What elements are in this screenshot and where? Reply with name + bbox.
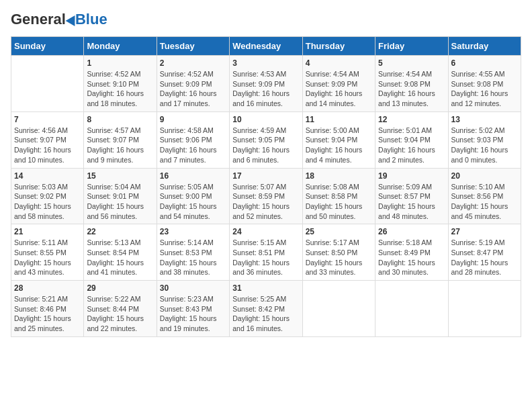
header: General Blue (11, 11, 521, 28)
day-info: Sunrise: 5:11 AM Sunset: 8:55 PM Dayligh… (14, 238, 81, 277)
calendar-cell-day-2: 2Sunrise: 4:52 AM Sunset: 9:09 PM Daylig… (157, 56, 229, 112)
day-info: Sunrise: 5:07 AM Sunset: 8:59 PM Dayligh… (232, 182, 299, 222)
day-number: 10 (232, 115, 299, 124)
calendar-cell-day-6: 6Sunrise: 4:55 AM Sunset: 9:08 PM Daylig… (448, 56, 521, 112)
calendar-cell-day-27: 27Sunrise: 5:19 AM Sunset: 8:47 PM Dayli… (448, 224, 521, 281)
calendar-cell-day-31: 31Sunrise: 5:25 AM Sunset: 8:42 PM Dayli… (230, 281, 302, 337)
day-number: 16 (160, 171, 226, 181)
column-header-friday: Friday (375, 37, 448, 56)
calendar-cell-day-9: 9Sunrise: 4:58 AM Sunset: 9:06 PM Daylig… (157, 111, 229, 168)
day-number: 1 (87, 58, 153, 68)
calendar-cell-day-29: 29Sunrise: 5:22 AM Sunset: 8:44 PM Dayli… (84, 281, 157, 337)
day-number: 9 (160, 115, 226, 124)
column-header-monday: Monday (84, 37, 157, 56)
day-number: 19 (378, 171, 445, 181)
calendar-cell-day-30: 30Sunrise: 5:23 AM Sunset: 8:43 PM Dayli… (157, 281, 229, 337)
day-number: 20 (451, 171, 518, 181)
day-number: 31 (232, 283, 299, 293)
day-info: Sunrise: 4:58 AM Sunset: 9:06 PM Dayligh… (160, 126, 226, 165)
calendar-cell-day-28: 28Sunrise: 5:21 AM Sunset: 8:46 PM Dayli… (11, 281, 84, 337)
calendar-cell-day-10: 10Sunrise: 4:59 AM Sunset: 9:05 PM Dayli… (230, 111, 302, 168)
calendar-cell-day-20: 20Sunrise: 5:10 AM Sunset: 8:56 PM Dayli… (448, 168, 521, 224)
day-info: Sunrise: 4:57 AM Sunset: 9:07 PM Dayligh… (87, 126, 153, 165)
calendar-cell-day-24: 24Sunrise: 5:15 AM Sunset: 8:51 PM Dayli… (230, 224, 302, 281)
column-header-sunday: Sunday (11, 37, 84, 56)
day-number: 18 (306, 171, 372, 181)
day-info: Sunrise: 4:55 AM Sunset: 9:08 PM Dayligh… (451, 69, 518, 109)
calendar-cell-day-17: 17Sunrise: 5:07 AM Sunset: 8:59 PM Dayli… (230, 168, 302, 224)
calendar-cell-empty (302, 281, 375, 337)
day-info: Sunrise: 5:14 AM Sunset: 8:53 PM Dayligh… (160, 238, 226, 277)
day-number: 7 (14, 115, 81, 124)
day-info: Sunrise: 5:09 AM Sunset: 8:57 PM Dayligh… (378, 182, 445, 222)
day-number: 23 (160, 227, 226, 236)
day-number: 4 (306, 58, 372, 68)
calendar-cell-day-4: 4Sunrise: 4:54 AM Sunset: 9:09 PM Daylig… (302, 56, 375, 112)
logo: General Blue (11, 11, 107, 28)
day-info: Sunrise: 5:17 AM Sunset: 8:50 PM Dayligh… (306, 238, 372, 277)
day-info: Sunrise: 4:54 AM Sunset: 9:09 PM Dayligh… (306, 69, 372, 109)
calendar-week-row: 14Sunrise: 5:03 AM Sunset: 9:02 PM Dayli… (11, 168, 521, 224)
calendar-week-row: 7Sunrise: 4:56 AM Sunset: 9:07 PM Daylig… (11, 111, 521, 168)
day-number: 22 (87, 227, 153, 236)
day-number: 11 (306, 115, 372, 124)
day-number: 15 (87, 171, 153, 181)
calendar-cell-day-14: 14Sunrise: 5:03 AM Sunset: 9:02 PM Dayli… (11, 168, 84, 224)
day-info: Sunrise: 5:08 AM Sunset: 8:58 PM Dayligh… (306, 182, 372, 222)
day-number: 6 (451, 58, 518, 68)
day-number: 29 (87, 283, 153, 293)
day-info: Sunrise: 4:52 AM Sunset: 9:09 PM Dayligh… (160, 69, 226, 109)
day-number: 5 (378, 58, 445, 68)
calendar-cell-day-3: 3Sunrise: 4:53 AM Sunset: 9:09 PM Daylig… (230, 56, 302, 112)
column-header-wednesday: Wednesday (230, 37, 302, 56)
day-number: 27 (451, 227, 518, 236)
calendar-cell-day-5: 5Sunrise: 4:54 AM Sunset: 9:08 PM Daylig… (375, 56, 448, 112)
day-info: Sunrise: 5:15 AM Sunset: 8:51 PM Dayligh… (232, 238, 299, 277)
calendar-cell-day-15: 15Sunrise: 5:04 AM Sunset: 9:01 PM Dayli… (84, 168, 157, 224)
day-info: Sunrise: 4:52 AM Sunset: 9:10 PM Dayligh… (87, 69, 153, 109)
day-info: Sunrise: 4:59 AM Sunset: 9:05 PM Dayligh… (232, 126, 299, 165)
column-header-tuesday: Tuesday (157, 37, 229, 56)
calendar-cell-day-8: 8Sunrise: 4:57 AM Sunset: 9:07 PM Daylig… (84, 111, 157, 168)
day-number: 28 (14, 283, 81, 293)
logo-general-text: General (11, 11, 66, 28)
calendar-cell-day-23: 23Sunrise: 5:14 AM Sunset: 8:53 PM Dayli… (157, 224, 229, 281)
calendar-cell-day-12: 12Sunrise: 5:01 AM Sunset: 9:04 PM Dayli… (375, 111, 448, 168)
day-number: 13 (451, 115, 518, 124)
day-info: Sunrise: 5:18 AM Sunset: 8:49 PM Dayligh… (378, 238, 445, 277)
day-info: Sunrise: 5:05 AM Sunset: 9:00 PM Dayligh… (160, 182, 226, 222)
day-info: Sunrise: 5:01 AM Sunset: 9:04 PM Dayligh… (378, 126, 445, 165)
column-header-thursday: Thursday (302, 37, 375, 56)
calendar-table: SundayMondayTuesdayWednesdayThursdayFrid… (11, 36, 521, 337)
day-info: Sunrise: 5:25 AM Sunset: 8:42 PM Dayligh… (232, 294, 299, 334)
day-number: 25 (306, 227, 372, 236)
day-number: 8 (87, 115, 153, 124)
day-number: 3 (232, 58, 299, 68)
calendar-cell-day-19: 19Sunrise: 5:09 AM Sunset: 8:57 PM Dayli… (375, 168, 448, 224)
day-number: 30 (160, 283, 226, 293)
calendar-week-row: 21Sunrise: 5:11 AM Sunset: 8:55 PM Dayli… (11, 224, 521, 281)
day-number: 21 (14, 227, 81, 236)
day-number: 2 (160, 58, 226, 68)
calendar-cell-empty (448, 281, 521, 337)
day-info: Sunrise: 4:53 AM Sunset: 9:09 PM Dayligh… (232, 69, 299, 109)
day-number: 26 (378, 227, 445, 236)
day-number: 14 (14, 171, 81, 181)
day-number: 24 (232, 227, 299, 236)
day-info: Sunrise: 5:22 AM Sunset: 8:44 PM Dayligh… (87, 294, 153, 334)
calendar-week-row: 28Sunrise: 5:21 AM Sunset: 8:46 PM Dayli… (11, 281, 521, 337)
day-info: Sunrise: 5:10 AM Sunset: 8:56 PM Dayligh… (451, 182, 518, 222)
calendar-cell-day-26: 26Sunrise: 5:18 AM Sunset: 8:49 PM Dayli… (375, 224, 448, 281)
day-info: Sunrise: 5:21 AM Sunset: 8:46 PM Dayligh… (14, 294, 81, 334)
day-info: Sunrise: 5:19 AM Sunset: 8:47 PM Dayligh… (451, 238, 518, 277)
calendar-cell-day-16: 16Sunrise: 5:05 AM Sunset: 9:00 PM Dayli… (157, 168, 229, 224)
day-info: Sunrise: 5:02 AM Sunset: 9:03 PM Dayligh… (451, 126, 518, 165)
day-number: 17 (232, 171, 299, 181)
day-number: 12 (378, 115, 445, 124)
calendar-cell-day-1: 1Sunrise: 4:52 AM Sunset: 9:10 PM Daylig… (84, 56, 157, 112)
column-header-saturday: Saturday (448, 37, 521, 56)
calendar-cell-empty (375, 281, 448, 337)
calendar-header-row: SundayMondayTuesdayWednesdayThursdayFrid… (11, 37, 521, 56)
calendar-cell-day-13: 13Sunrise: 5:02 AM Sunset: 9:03 PM Dayli… (448, 111, 521, 168)
day-info: Sunrise: 4:54 AM Sunset: 9:08 PM Dayligh… (378, 69, 445, 109)
